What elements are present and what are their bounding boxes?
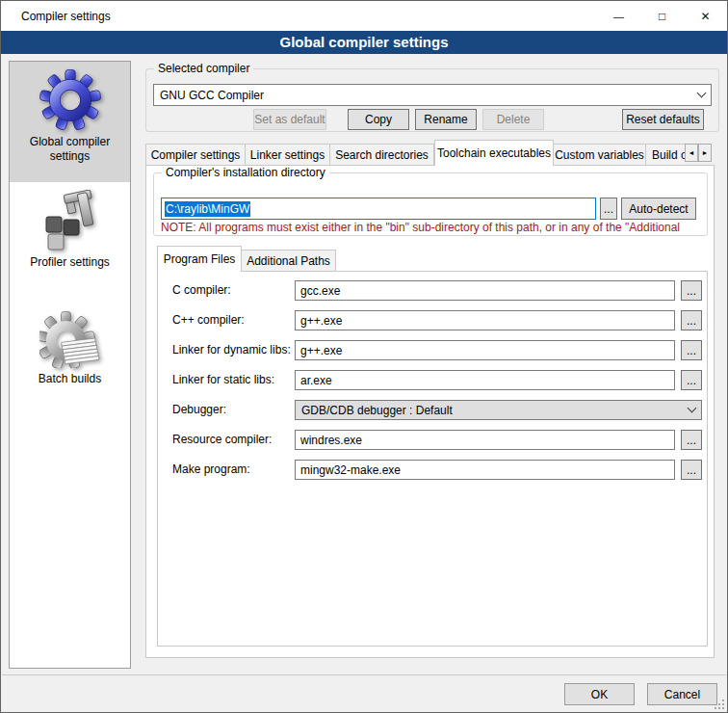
debugger-dropdown[interactable]: GDB/CDB debugger : Default (295, 400, 702, 420)
reset-defaults-button[interactable]: Reset defaults (622, 109, 704, 130)
ok-button[interactable]: OK (564, 683, 635, 705)
window-title: Compiler settings (1, 10, 111, 23)
settings-category-list: Global compiler settings Profiler sett (9, 61, 131, 669)
field-label: C++ compiler: (172, 310, 245, 330)
chevron-down-icon (688, 404, 697, 413)
c-compiler-input[interactable] (295, 280, 675, 301)
make-program-input[interactable] (295, 460, 675, 480)
sidebar-item-label: Global compiler settings (10, 131, 130, 172)
delete-button[interactable]: Delete (482, 109, 544, 130)
cpp-compiler-input[interactable] (295, 310, 675, 330)
sidebar-item-label: Batch builds (10, 368, 130, 394)
tab-compiler-settings[interactable]: Compiler settings (145, 144, 246, 166)
titlebar[interactable]: Compiler settings — □ ✕ (1, 1, 727, 31)
selected-text: C:\raylib\MinGW (165, 201, 250, 217)
auto-detect-button[interactable]: Auto-detect (621, 198, 696, 220)
set-as-default-button[interactable]: Set as default (253, 109, 326, 130)
maximize-icon[interactable]: □ (640, 1, 684, 31)
tab-build-options[interactable]: Build options (646, 144, 685, 166)
sidebar-item-batch-builds[interactable]: Batch builds (10, 310, 130, 394)
footer-divider (2, 674, 726, 675)
minimize-icon[interactable]: — (597, 1, 640, 31)
sidebar-item-global-compiler-settings[interactable]: Global compiler settings (10, 62, 130, 182)
sidebar-item-label: Profiler settings (10, 251, 130, 277)
profiler-icon (39, 190, 101, 251)
sidebar-item-profiler-settings[interactable]: Profiler settings (10, 190, 130, 277)
group-label: Selected compiler (154, 62, 253, 75)
linker-dynamic-browse-button[interactable]: ... (681, 340, 702, 360)
field-label: Linker for dynamic libs: (172, 340, 291, 360)
cpp-compiler-browse-button[interactable]: ... (681, 310, 702, 330)
linker-static-input[interactable] (295, 370, 675, 390)
make-program-browse-button[interactable]: ... (681, 460, 702, 480)
tab-additional-paths[interactable]: Additional Paths (242, 250, 336, 272)
resource-compiler-input[interactable] (295, 430, 675, 450)
compiler-tabs: Compiler settings Linker settings Search… (145, 140, 685, 166)
tab-program-files[interactable]: Program Files (157, 246, 242, 272)
linker-static-browse-button[interactable]: ... (681, 370, 702, 390)
tab-scroll-right-icon[interactable]: ► (698, 144, 712, 162)
page-title: Global compiler settings (1, 31, 727, 54)
debugger-value: GDB/CDB debugger : Default (301, 404, 689, 417)
tab-custom-variables[interactable]: Custom variables (554, 144, 646, 166)
tab-scroll-left-icon[interactable]: ◄ (685, 144, 698, 162)
gear-icon (39, 69, 101, 131)
group-label: Compiler's installation directory (162, 166, 329, 179)
field-label: Resource compiler: (172, 430, 272, 450)
c-compiler-browse-button[interactable]: ... (681, 280, 702, 301)
cancel-button[interactable]: Cancel (647, 683, 717, 705)
installation-directory-input[interactable]: C:\raylib\MinGW (161, 198, 596, 220)
window-controls: — □ ✕ (597, 1, 727, 31)
program-files-tabs: Program Files Additional Paths (157, 246, 446, 272)
linker-dynamic-input[interactable] (295, 340, 675, 360)
resource-compiler-browse-button[interactable]: ... (681, 430, 702, 450)
chevron-down-icon (697, 89, 707, 98)
selected-compiler-value: GNU GCC Compiler (160, 89, 698, 102)
selected-compiler-dropdown[interactable]: GNU GCC Compiler (153, 84, 712, 106)
tab-search-directories[interactable]: Search directories (330, 144, 434, 166)
rename-button[interactable]: Rename (415, 109, 477, 130)
close-icon[interactable]: ✕ (684, 1, 727, 31)
browse-directory-button[interactable]: ... (600, 198, 617, 220)
field-label: Debugger: (172, 400, 226, 420)
field-label: Linker for static libs: (172, 370, 274, 390)
resize-grip[interactable] (715, 700, 724, 709)
compiler-settings-window: Compiler settings — □ ✕ Global compiler … (0, 0, 728, 713)
field-label: Make program: (172, 460, 250, 480)
tab-linker-settings[interactable]: Linker settings (246, 144, 330, 166)
copy-button[interactable]: Copy (348, 109, 409, 130)
bin-subdirectory-note: NOTE: All programs must exist either in … (161, 221, 700, 234)
tab-toolchain-executables[interactable]: Toolchain executables (434, 140, 554, 166)
field-label: C compiler: (172, 280, 231, 301)
batch-builds-icon (39, 310, 101, 368)
